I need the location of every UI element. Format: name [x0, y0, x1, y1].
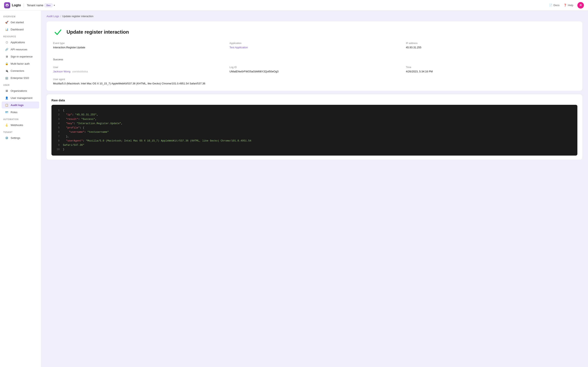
sidebar-label-audit-logs: Audit logs	[11, 104, 24, 107]
line-content-9: Safari/537.36"	[63, 143, 84, 147]
mfa-icon: 🔒	[5, 62, 9, 66]
ip-address-value: 45.93.31.255	[406, 46, 576, 49]
ip-address-field: IP address 45.93.31.255	[406, 42, 576, 49]
sidebar-item-user-management[interactable]: 👤 User management	[2, 94, 39, 101]
sidebar-item-mfa[interactable]: 🔒 Multi-factor auth	[2, 60, 39, 67]
applications-icon: ⬡	[5, 40, 9, 44]
sidebar-item-sign-in-experience[interactable]: 🖥 Sign-in experience	[2, 53, 39, 60]
logo-text: Logto	[12, 3, 21, 7]
help-button[interactable]: ❓ Help	[563, 4, 573, 7]
user-avatar[interactable]: Я	[577, 2, 584, 8]
chevron-down-icon: ▾	[54, 4, 55, 7]
sidebar-item-organizations[interactable]: 🏛 Organizations	[2, 87, 39, 94]
sidebar-item-audit-logs[interactable]: 📋 Audit logs	[2, 101, 39, 108]
tenant-name: Tenant name	[27, 4, 43, 7]
line-num-10: 10	[56, 147, 60, 152]
fields-grid: Event type Interaction.Register.Update A…	[53, 42, 576, 85]
line-num-5: 5	[56, 126, 60, 130]
sidebar-label-dashboard: Dashboard	[11, 28, 24, 31]
code-line-10: 10 }	[56, 147, 573, 152]
application-value[interactable]: Test Application	[229, 46, 399, 49]
raw-data-card: Raw data 1 { 2 "ip": "45.93.31.255", 3 "…	[47, 94, 582, 160]
roles-icon: 🪪	[5, 110, 9, 114]
sidebar-label-organizations: Organizations	[11, 89, 27, 92]
user-label: User	[53, 66, 223, 69]
automation-section-label: AUTOMATION	[0, 116, 41, 121]
docs-label: Docs	[553, 4, 560, 7]
line-num-2: 2	[56, 113, 60, 117]
user-agent-field: User agent Mozilla/5.0 (Macintosh; Intel…	[53, 78, 576, 85]
breadcrumb: Audit Logs / Update register interaction	[47, 15, 582, 18]
docs-button[interactable]: 📄 Docs	[549, 4, 560, 7]
dashboard-icon: 📊	[5, 27, 9, 31]
user-name-link[interactable]: Jackson Wong	[53, 70, 70, 73]
line-content-10: }	[63, 147, 65, 152]
sidebar-label-enterprise-sso: Enterprise SSO	[11, 76, 29, 80]
code-line-9: 9 Safari/537.36"	[56, 143, 573, 147]
success-check-icon	[53, 27, 63, 37]
user-value-container: Jackson Wong useridsddsdsa	[53, 70, 223, 73]
status-field: - Success	[53, 54, 223, 61]
audit-logs-icon: 📋	[5, 103, 9, 107]
line-num-9: 9	[56, 143, 60, 147]
sidebar-label-webhooks: Webhooks	[11, 124, 23, 127]
help-label: Help	[568, 4, 573, 7]
nav-divider	[24, 3, 24, 7]
breadcrumb-parent-link[interactable]: Audit Logs	[47, 15, 59, 18]
raw-data-title: Raw data	[52, 99, 577, 102]
code-line-8: 8 "userAgent": "Mozilla/5.0 (Macintosh; …	[56, 139, 573, 143]
sidebar-label-applications: Applications	[11, 41, 25, 44]
line-num-7: 7	[56, 134, 60, 139]
detail-card: Update register interaction Event type I…	[47, 21, 582, 91]
sidebar-item-dashboard[interactable]: 📊 Dashboard	[2, 26, 39, 33]
code-line-6: 6 "username": "testusername"	[56, 130, 573, 134]
page-title: Update register interaction	[67, 29, 129, 35]
breadcrumb-separator: /	[60, 15, 61, 18]
code-line-3: 3 "result": "Success",	[56, 117, 573, 122]
card-header: Update register interaction	[53, 27, 576, 37]
time-label: Time	[406, 66, 576, 69]
tenant-selector[interactable]: Tenant name Dev ▾	[27, 3, 55, 7]
sidebar-item-roles[interactable]: 🪪 Roles	[2, 109, 39, 116]
sidebar-item-enterprise-sso[interactable]: 🏢 Enterprise SSO	[2, 75, 39, 81]
event-type-label: Event type	[53, 42, 223, 45]
resource-section-label: RESOURCE	[0, 33, 41, 39]
line-content-2: "ip": "45.93.31.255",	[63, 113, 98, 117]
sidebar-item-api-resources[interactable]: 🔗 API resources	[2, 46, 39, 53]
sign-in-icon: 🖥	[5, 55, 9, 58]
enterprise-sso-icon: 🏢	[5, 76, 9, 80]
sidebar-label-sign-in: Sign-in experience	[11, 55, 33, 58]
line-num-4: 4	[56, 122, 60, 126]
code-line-4: 4 "key": "Interaction.Register.Update",	[56, 122, 573, 126]
code-line-5: 5 "profile": {	[56, 126, 573, 130]
tenant-section-label: TENANT	[0, 129, 41, 134]
breadcrumb-current: Update register interaction	[62, 15, 93, 18]
sidebar-label-roles: Roles	[11, 111, 17, 114]
connectors-icon: 🔌	[5, 69, 9, 73]
sidebar-item-connectors[interactable]: 🔌 Connectors	[2, 67, 39, 74]
log-id-value: UMatENw0rFWO5aGbMI8tY2Qol50eOg3	[229, 70, 399, 73]
line-num-1: 1	[56, 108, 60, 113]
sidebar-label-get-started: Get started	[11, 21, 24, 24]
line-num-3: 3	[56, 117, 60, 122]
layout: OVERVIEW 🚀 Get started 📊 Dashboard RESOU…	[0, 11, 588, 367]
sidebar-item-applications[interactable]: ⬡ Applications	[2, 39, 39, 46]
log-id-field: Log ID UMatENw0rFWO5aGbMI8tY2Qol50eOg3	[229, 66, 399, 73]
docs-icon: 📄	[549, 4, 553, 7]
sidebar-item-settings[interactable]: ⚙️ Settings	[2, 134, 39, 141]
user-agent-label: User agent	[53, 78, 576, 81]
log-id-label: Log ID	[229, 66, 399, 69]
top-nav: Logto Tenant name Dev ▾ 📄 Docs ❓ Help Я	[0, 0, 588, 11]
user-field: User Jackson Wong useridsddsdsa	[53, 66, 223, 73]
user-agent-value: Mozilla/5.0 (Macintosh; Intel Mac OS X 1…	[53, 82, 576, 85]
line-content-8: "userAgent": "Mozilla/5.0 (Macintosh; In…	[63, 139, 251, 143]
code-line-2: 2 "ip": "45.93.31.255",	[56, 113, 573, 117]
sidebar-label-api-resources: API resources	[11, 48, 27, 51]
sidebar-item-webhooks[interactable]: 🪝 Webhooks	[2, 122, 39, 128]
line-content-3: "result": "Success",	[63, 117, 96, 122]
sidebar-label-mfa: Multi-factor auth	[11, 62, 30, 65]
settings-icon: ⚙️	[5, 136, 9, 140]
line-num-8: 8	[56, 139, 60, 143]
logo-area: Logto	[4, 2, 21, 8]
sidebar-item-get-started[interactable]: 🚀 Get started	[2, 19, 39, 26]
